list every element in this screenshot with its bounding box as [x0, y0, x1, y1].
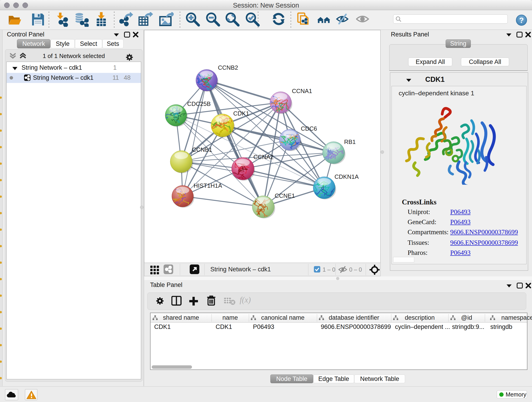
svg-text:CDC25B: CDC25B	[187, 100, 211, 107]
svg-text:CDK1: CDK1	[233, 110, 249, 117]
svg-text:CDKN1A: CDKN1A	[335, 173, 359, 180]
svg-text:CCNA2: CCNA2	[253, 153, 273, 160]
svg-text:RB1: RB1	[344, 138, 356, 145]
svg-text:CCNA1: CCNA1	[292, 88, 312, 95]
svg-text:CCNB2: CCNB2	[218, 64, 238, 71]
svg-text:CCNB1: CCNB1	[192, 146, 212, 153]
svg-text:CCNE1: CCNE1	[275, 192, 295, 199]
svg-text:HIST1H1A: HIST1H1A	[194, 182, 222, 189]
svg-text:CDC6: CDC6	[301, 125, 317, 132]
